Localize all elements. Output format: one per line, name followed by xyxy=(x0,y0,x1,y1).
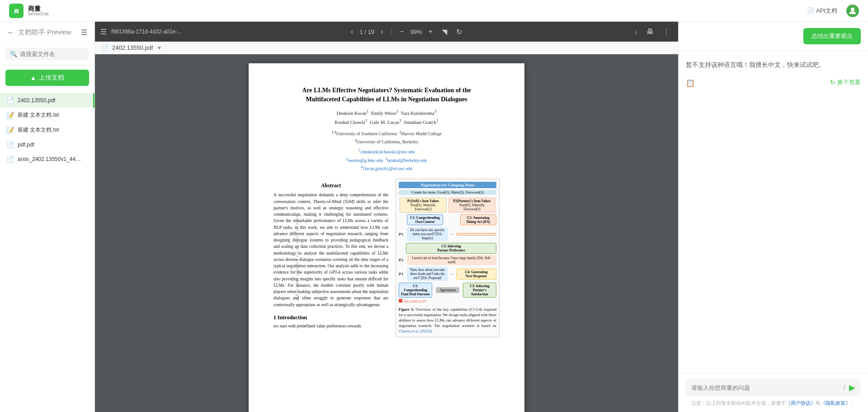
right-panel-header: 总结出重要观点 xyxy=(679,22,868,51)
upload-icon: ▲ xyxy=(30,74,37,81)
pdf-page-title-bar: 📄 2402.13550.pdf ▼ xyxy=(95,42,678,54)
print-button[interactable]: 🖶 xyxy=(644,26,656,38)
chat-input[interactable] xyxy=(691,384,840,391)
abstract-text: A successful negotiation demands a deep … xyxy=(274,192,388,308)
not-visible-note: Not visible to P1 xyxy=(399,299,496,303)
c3-partner-box: C3: InferringPartner Preference xyxy=(406,243,496,254)
pdf-icon: 📄 xyxy=(6,156,14,163)
top-bar-right: 📄 API文档 xyxy=(807,5,859,17)
intro-title: 1 Introduction xyxy=(274,314,388,321)
search-input[interactable] xyxy=(20,51,85,57)
fit-page-button[interactable]: ◥ xyxy=(439,26,450,38)
agreement-row: C1: ComprehendingFinal Deal Outcome Agre… xyxy=(399,283,496,298)
dialog-bubble-1: Do you have any specific items you need?… xyxy=(407,227,448,241)
sidebar: ← 文档助手 Preview ☰ 🔍 ▲ 上传文档 📄 2402.13550.p… xyxy=(0,22,95,412)
file-name: 2402.13550.pdf xyxy=(18,97,55,104)
dialog-bubble-3: Then, how about you take three foods and… xyxy=(407,267,448,281)
txt-icon: 📝 xyxy=(6,112,14,119)
right-panel-footer: / ▶ 注意：以上回复全部由AI技术合成，请遵守《用户协议》和《隐私政策》。 xyxy=(679,373,868,412)
file-item[interactable]: 📄 pdf.pdf xyxy=(0,137,94,152)
search-bar: 🔍 xyxy=(0,43,94,65)
file-item[interactable]: 📄 arxiv_2402.13550v1_44d3... xyxy=(0,152,94,166)
download-button[interactable]: ↓ xyxy=(631,26,640,38)
file-name: 新建 文本文档.txt xyxy=(18,126,59,134)
menu-icon[interactable]: ☰ xyxy=(81,28,87,37)
arxiv-watermark: arXiv:2402.13550v1 [cs.CL] 21 Feb 2024 xyxy=(295,215,299,300)
logo-area: 商 商量 sensechat xyxy=(9,4,49,18)
paper-emails: 1{deuksink,kchawla}@usc.edu 2eweiss@g.hm… xyxy=(274,147,500,172)
dialog-row-2: P2 I need a lot of food because I have l… xyxy=(399,255,496,265)
sidebar-header: ← 文档助手 Preview ☰ xyxy=(0,22,94,43)
c1-context-box: C1: ComprehendingOwn Context xyxy=(407,214,443,225)
p1-values: P1(Self)'s Item ValuesFood(3), Water(4),… xyxy=(400,198,447,213)
prev-page-button[interactable]: ‹ xyxy=(348,26,356,38)
api-icon: 📄 xyxy=(807,7,814,14)
figure-players: P1(Self)'s Item ValuesFood(3), Water(4),… xyxy=(399,198,496,213)
pdf-page-icon: 📄 xyxy=(101,44,108,51)
p2-values: P2(Partner)'s Item ValuesFood(5), Water(… xyxy=(448,198,495,213)
slash-icon[interactable]: / xyxy=(844,384,845,391)
user-avatar[interactable] xyxy=(846,5,859,17)
search-icon: 🔍 xyxy=(10,51,17,57)
paper-affiliations: 1,4University of Southern California 2Ha… xyxy=(274,129,500,146)
intro-text: ers start with predefined value preferen… xyxy=(274,323,388,329)
dialog-row-3: P1 Then, how about you take three foods … xyxy=(399,267,496,281)
file-name: 新建 文本文档.txt xyxy=(18,111,59,119)
figure-box: Negotiation for Camping Items Counts for… xyxy=(396,179,500,337)
back-icon[interactable]: ← xyxy=(7,28,14,37)
pdf-icon: 📄 xyxy=(6,141,14,148)
pdf-filename: f981398a-171d-4d32-a01e-... xyxy=(111,28,182,35)
zoom-out-button[interactable]: − xyxy=(397,26,406,38)
figure-title: Negotiation for Camping Items xyxy=(399,182,496,188)
two-col-layout: Abstract A successful negotiation demand… xyxy=(274,179,500,337)
summarize-button[interactable]: 总结出重要观点 xyxy=(803,28,861,44)
c1-final-box: C1: ComprehendingFinal Deal Outcome xyxy=(399,283,432,298)
hamburger-icon[interactable]: ☰ xyxy=(100,28,107,36)
dialog-bubble-2: I need a lot of food because I have larg… xyxy=(407,255,496,265)
figure-caption: Figure 1: Overview of the key capabiliti… xyxy=(399,307,496,334)
copy-icon[interactable]: 📋 xyxy=(686,79,695,87)
paper-title: Are LLMs Effective Negotiators? Systemat… xyxy=(274,86,500,104)
col-left: Abstract A successful negotiation demand… xyxy=(274,179,388,337)
next-page-button[interactable]: › xyxy=(378,26,386,38)
paper-authors: Deuksin Kwon1 Emily Weiss2 Tara Kulshres… xyxy=(274,108,500,127)
top-bar: 商 商量 sensechat 📄 API文档 xyxy=(0,0,868,22)
unsupported-message: 暂不支持该种语言哦！我擅长中文，快来试试吧。 xyxy=(686,60,861,70)
pdf-page-filename: 2402.13550.pdf xyxy=(112,44,153,51)
c4-box: C4: GeneratingNext Response xyxy=(456,269,496,279)
pdf-icon: 📄 xyxy=(6,97,14,104)
figure-subtitle: Counts for items: Food(3), Water(3), Fir… xyxy=(399,190,496,195)
upload-button[interactable]: ▲ 上传文档 xyxy=(5,70,89,86)
file-item[interactable]: 📝 新建 文本文档.txt xyxy=(0,123,94,137)
pdf-page: arXiv:2402.13550v1 [cs.CL] 21 Feb 2024 A… xyxy=(249,63,524,412)
svg-point-2 xyxy=(851,8,854,11)
footer-note: 注意：以上回复全部由AI技术合成，请遵守《用户协议》和《隐私政策》。 xyxy=(686,400,861,407)
zoom-level: 99% xyxy=(410,28,422,35)
file-list: 📄 2402.13550.pdf 📝 新建 文本文档.txt 📝 新建 文本文档… xyxy=(0,90,94,412)
chat-tools: / ▶ xyxy=(844,383,855,393)
file-item[interactable]: 📄 2402.13550.pdf xyxy=(0,93,94,108)
file-name: pdf.pdf xyxy=(18,142,34,148)
txt-icon: 📝 xyxy=(6,127,14,134)
file-name: arxiv_2402.13550v1_44d3... xyxy=(18,156,83,162)
another-answer-button[interactable]: ↻ 换个答案 xyxy=(830,78,861,86)
rotate-button[interactable]: ↻ xyxy=(453,26,465,38)
right-panel: 总结出重要观点 暂不支持该种语言哦！我擅长中文，快来试试吧。 📋 ↻ 换个答案 … xyxy=(678,22,868,412)
agreement-btn: Agreement xyxy=(436,287,459,293)
c2-annotating-box: C2: AnnotatingDialog-Act (DA) xyxy=(460,214,496,225)
logo-text: 商量 sensechat xyxy=(28,5,49,16)
page-info: 1 / 19 xyxy=(359,28,374,35)
dialog-row-1: P1 Do you have any specific items you ne… xyxy=(399,227,496,241)
send-button[interactable]: ▶ xyxy=(849,383,855,393)
more-options-button[interactable]: ⋮ xyxy=(660,26,673,38)
zoom-in-button[interactable]: + xyxy=(426,26,435,38)
logo-icon: 商 xyxy=(9,4,24,18)
svg-text:商: 商 xyxy=(14,9,19,14)
pdf-content-area[interactable]: arXiv:2402.13550v1 [cs.CL] 21 Feb 2024 A… xyxy=(95,54,678,412)
api-link[interactable]: 📄 API文档 xyxy=(807,7,837,15)
c3-satisfaction-box: C3: InferringPartner's Satisfaction xyxy=(463,283,496,298)
pdf-area: ☰ f981398a-171d-4d32-a01e-... ‹ 1 / 19 ›… xyxy=(95,22,678,412)
file-item[interactable]: 📝 新建 文本文档.txt xyxy=(0,108,94,123)
pdf-toolbar: ☰ f981398a-171d-4d32-a01e-... ‹ 1 / 19 ›… xyxy=(95,22,678,42)
dropdown-icon[interactable]: ▼ xyxy=(156,45,162,51)
